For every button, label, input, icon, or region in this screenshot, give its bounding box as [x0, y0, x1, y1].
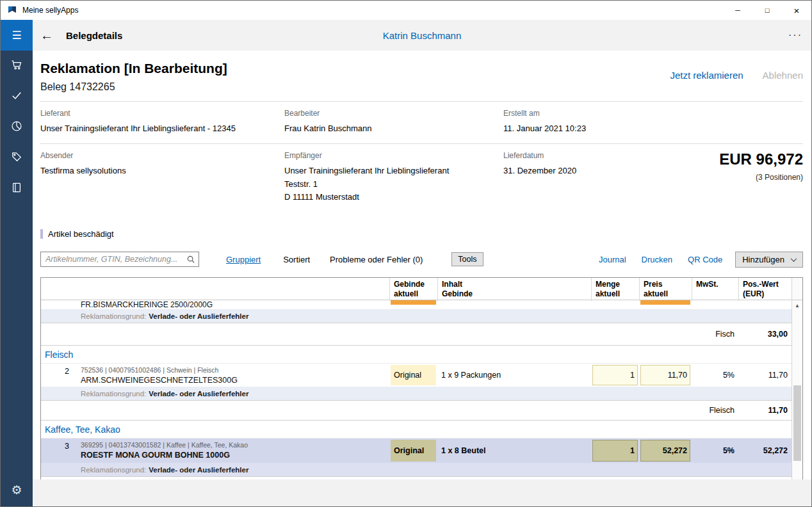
col-article: [77, 278, 389, 301]
group-footer-fleisch: Fleisch 11,70: [41, 400, 792, 421]
sidebar: ☰: [1, 20, 33, 506]
preis-cell[interactable]: 52,272: [640, 440, 690, 462]
reclamation-reason-row: Reklamationsgrund: Verlade- oder Auslief…: [41, 463, 792, 476]
qr-code-link[interactable]: QR Code: [688, 255, 722, 264]
content: Reklamation [In Bearbeitung] Beleg 14732…: [33, 51, 811, 479]
problems-filter[interactable]: Probleme oder Fehler (0): [330, 255, 423, 264]
cart-icon: [10, 58, 23, 74]
print-link[interactable]: Drucken: [642, 255, 672, 264]
status-marker: [40, 229, 43, 239]
gear-icon: ⚙: [11, 483, 22, 497]
toolbar: Gruppiert Sortiert Probleme oder Fehler …: [40, 251, 803, 268]
group-toggle[interactable]: Gruppiert: [226, 255, 261, 264]
status-note: Artikel beschädigt: [40, 229, 803, 239]
journal-link[interactable]: Journal: [599, 255, 626, 264]
wert-cell: 11,70: [738, 364, 792, 387]
close-button[interactable]: ×: [782, 1, 811, 20]
document-total: EUR 96,972 (3 Positionen): [719, 151, 803, 204]
page-title: Belegdetails: [66, 30, 122, 41]
add-button[interactable]: Hinzufügen: [735, 252, 803, 268]
group-footer-fisch: Fisch 33,00: [41, 323, 792, 346]
checkmark-icon: [10, 89, 23, 104]
window-title: Meine sellyApps: [22, 6, 78, 15]
inhalt-cell: 1 x 8 Beutel: [437, 439, 591, 463]
more-options-button[interactable]: ···: [788, 29, 802, 41]
caption-buttons: ─ □ ×: [723, 1, 811, 20]
minimize-button[interactable]: ─: [723, 1, 752, 20]
reclamation-reason-row: Reklamationsgrund: Verlade- oder Auslief…: [41, 309, 792, 323]
changed-cell-fragment: [391, 300, 436, 305]
positions-table: Gebindeaktuell InhaltGebinde Mengeaktuel…: [40, 277, 803, 479]
pie-chart-icon: [10, 120, 23, 135]
sidebar-item-prices[interactable]: [1, 143, 33, 173]
scroll-up-button[interactable]: ▲: [792, 300, 802, 310]
search-icon: [186, 255, 195, 266]
header-user-name: Katrin Buschmann: [383, 30, 462, 41]
maximize-button[interactable]: □: [752, 1, 782, 20]
sidebar-item-tasks[interactable]: [1, 81, 33, 112]
mwst-cell: 5%: [692, 439, 738, 463]
group-footer-kaffee: Kaffee, Tee, Kakao 52,272: [41, 476, 792, 479]
inhalt-cell: 1 x 9 Packungen: [437, 364, 591, 387]
table-row[interactable]: 2 752536 | 04007951002486 | Schwein | Fl…: [41, 364, 792, 387]
col-inhalt: InhaltGebinde: [437, 278, 591, 301]
fields-row-2: Absender Testfirma sellysolutions Empfän…: [40, 144, 803, 212]
search-box: [40, 252, 199, 267]
document-number: Beleg 14732265: [40, 81, 227, 93]
field-absender: Absender Testfirma sellysolutions: [40, 151, 284, 204]
sort-toggle[interactable]: Sortiert: [283, 255, 310, 264]
reject-button: Ablehnen: [763, 70, 803, 81]
group-header-fleisch: Fleisch: [41, 346, 792, 364]
table-header-row: Gebindeaktuell InhaltGebinde Mengeaktuel…: [41, 278, 792, 300]
field-empfaenger: Empfänger Unser Trainingslieferant Ihr L…: [284, 151, 503, 204]
col-gebinde: Gebindeaktuell: [389, 278, 437, 301]
col-wert: Pos.-Wert(EUR): [738, 278, 792, 301]
vertical-scrollbar[interactable]: ▲ ▼: [792, 278, 802, 479]
changed-cell-fragment: [640, 300, 690, 305]
menge-cell[interactable]: 1: [592, 365, 638, 385]
mwst-cell: 5%: [692, 364, 738, 387]
wert-cell: 52,272: [738, 439, 792, 463]
sidebar-settings-button[interactable]: ⚙: [1, 477, 33, 503]
back-button[interactable]: ←: [40, 28, 57, 43]
col-number: [41, 278, 77, 301]
sidebar-menu-button[interactable]: ☰: [1, 20, 33, 51]
tools-button[interactable]: Tools: [451, 252, 483, 266]
field-lieferant: Lieferant Unser Trainingslieferant Ihr L…: [40, 109, 284, 136]
app-logo-icon: [7, 5, 17, 15]
group-header-kaffee: Kaffee, Tee, Kakao: [41, 421, 792, 439]
sidebar-item-orders[interactable]: [1, 51, 33, 81]
col-preis: Preisaktuell: [639, 278, 692, 301]
document-header: Reklamation [In Bearbeitung] Beleg 14732…: [40, 51, 803, 93]
sidebar-item-catalog[interactable]: [1, 173, 33, 204]
document-title: Reklamation [In Bearbeitung]: [40, 61, 227, 76]
field-erstellt-am: Erstellt am 11. Januar 2021 10:23: [503, 109, 803, 136]
field-lieferdatum: Lieferdatum 31. Dezember 2020: [503, 151, 719, 204]
preis-cell[interactable]: 11,70: [640, 365, 690, 385]
tag-icon: [10, 150, 23, 166]
book-icon: [10, 181, 23, 197]
reclamation-reason-row: Reklamationsgrund: Verlade- oder Auslief…: [41, 387, 792, 400]
col-menge: Mengeaktuell: [591, 278, 639, 301]
fields-row-1: Lieferant Unser Trainingslieferant Ihr L…: [40, 102, 803, 143]
title-bar: Meine sellyApps ─ □ ×: [1, 1, 811, 20]
hamburger-icon: ☰: [12, 29, 21, 42]
app-header: ← Belegdetails Katrin Buschmann ···: [33, 20, 811, 51]
field-bearbeiter: Bearbeiter Frau Katrin Buschmann: [284, 109, 503, 136]
total-positions: (3 Positionen): [719, 173, 803, 182]
gebinde-cell[interactable]: Original: [391, 365, 436, 385]
reclaim-now-button[interactable]: Jetzt reklamieren: [670, 70, 743, 81]
col-mwst: MwSt.: [692, 278, 738, 301]
scrollbar-thumb[interactable]: [793, 385, 801, 461]
gebinde-cell[interactable]: Original: [391, 440, 436, 462]
sidebar-item-statistics[interactable]: [1, 112, 33, 143]
table-row-partial[interactable]: FR.BISMARCKHERINGE 2500/2000G: [41, 300, 792, 309]
menge-cell[interactable]: 1: [592, 440, 638, 462]
main-area: ← Belegdetails Katrin Buschmann ··· Rekl…: [33, 20, 811, 506]
app-window: Meine sellyApps ─ □ × ☰: [0, 0, 812, 507]
search-input[interactable]: [41, 252, 199, 266]
chevron-down-icon: [791, 255, 797, 262]
table-row-selected[interactable]: 3 369295 | 04013743001582 | Kaffee | Kaf…: [41, 439, 792, 463]
total-amount: EUR 96,972: [719, 151, 803, 168]
